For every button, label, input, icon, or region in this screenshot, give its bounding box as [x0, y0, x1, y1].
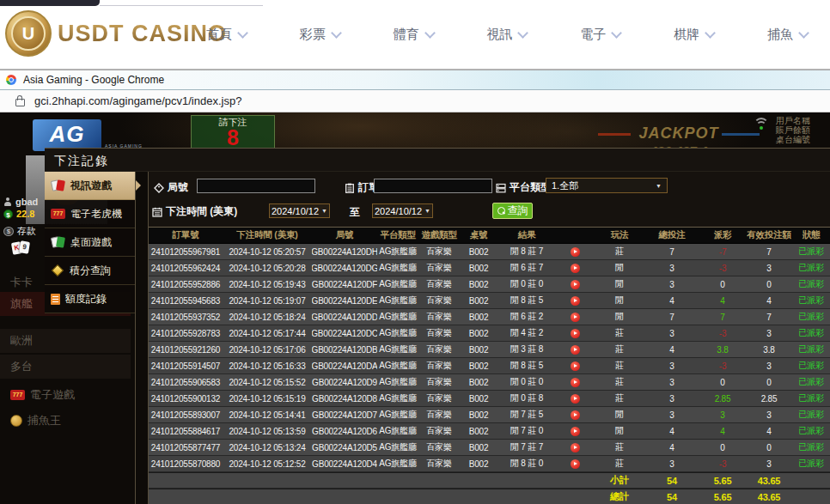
search-button[interactable]: 查詢	[492, 203, 533, 219]
cell-payout: 0	[699, 378, 747, 387]
table-row: 2410120559373522024-10-12 05:18:24GB0022…	[149, 309, 830, 325]
cell-total-bet: 3	[645, 361, 699, 371]
bg-menu-label: 多台	[10, 359, 33, 374]
cell-status: 已派彩	[791, 262, 830, 274]
header-game-type: 遊戲類型	[418, 229, 460, 241]
account-info-label: 桌台編號	[776, 135, 810, 144]
bet-time-filter-label: 下注時間 (美東)	[152, 204, 237, 219]
cell-round: GB00224A120DE	[312, 296, 377, 306]
sidebar-item-桌面遊戲[interactable]: 桌面遊戲	[45, 228, 135, 257]
play-video-button[interactable]	[571, 247, 580, 257]
cell-result: 閒 4 莊 2	[497, 327, 556, 339]
cell-payout: 3.8	[699, 345, 747, 355]
cell-play-video	[556, 459, 594, 469]
play-video-button[interactable]	[571, 264, 580, 273]
browser-tab[interactable]	[0, 0, 100, 6]
round-filter-label: 局號	[154, 180, 188, 195]
play-video-button[interactable]	[571, 394, 580, 404]
cell-table-no: B002	[460, 361, 497, 371]
cell-bet-time: 2024-10-12 05:18:24	[223, 313, 312, 322]
sidebar-item-積分查詢[interactable]: 積分查詢	[45, 257, 135, 285]
cell-payout: 4	[699, 427, 747, 436]
nav-item-彩票[interactable]: 彩票	[300, 27, 340, 43]
platform-select[interactable]: 1.全部 ▼	[546, 178, 668, 193]
play-video-button[interactable]	[571, 345, 580, 355]
cell-status: 已派彩	[791, 327, 830, 339]
dropdown-arrow-icon: ▼	[424, 208, 430, 214]
cell-game-type: 百家樂	[418, 409, 460, 421]
cell-status: 已派彩	[791, 458, 830, 470]
cell-game-type: 百家樂	[418, 458, 460, 470]
nav-item-電子[interactable]: 電子	[580, 27, 620, 43]
header-table-no: 桌號	[460, 229, 497, 241]
date-to-value: 2024/10/12	[375, 206, 422, 216]
balance-row: $ 22.8	[3, 209, 34, 219]
cell-order: 241012055921260	[149, 345, 223, 355]
deposit-label: 存款	[17, 225, 36, 238]
header-bet-time: 下注時間 (美東)	[223, 229, 312, 241]
nav-item-體育[interactable]: 體育	[394, 27, 434, 43]
table-header-row: 訂單號下注時間 (美東)局號平台類型遊戲類型桌號結果玩法總投注派彩有效投注額狀態	[149, 228, 830, 244]
date-from-select[interactable]: 2024/10/12 ▼	[269, 203, 330, 218]
date-range-to-label: 至	[350, 205, 360, 220]
round-input[interactable]	[197, 179, 315, 193]
nav-item-棋牌[interactable]: 棋牌	[674, 27, 714, 43]
play-video-button[interactable]	[571, 427, 580, 436]
cell-total-bet: 54	[645, 476, 699, 486]
cell-total-bet: 3	[645, 410, 699, 420]
play-video-button[interactable]	[571, 361, 580, 371]
cell-table-no: B002	[460, 280, 497, 289]
cell-valid-bet: 43.65	[747, 492, 791, 502]
play-video-button[interactable]	[571, 280, 580, 289]
cell-play-type: 閒	[594, 295, 645, 307]
cell-game-type: 百家樂	[418, 327, 460, 339]
cell-payout: -7	[699, 247, 747, 257]
site-logo[interactable]: U USDT CASINO	[5, 10, 227, 57]
order-input[interactable]	[374, 179, 492, 193]
play-video-button[interactable]	[571, 459, 580, 469]
cell-play-type: 閒	[594, 425, 645, 437]
cell-order: 241012055906583	[149, 378, 223, 387]
cell-table-no: B002	[460, 329, 497, 338]
sidebar-item-視訊遊戲[interactable]: 視訊遊戲	[45, 172, 135, 200]
nav-item-label: 視訊	[486, 27, 512, 43]
cell-play-type: 閒	[594, 262, 645, 274]
chrome-urlbar[interactable]: gci.2hhapi.com/agingame/pcv1/index.jsp?	[0, 90, 830, 112]
cell-table-no: B002	[460, 410, 497, 420]
chevron-down-icon	[518, 27, 529, 39]
cell-order: 241012055952886	[149, 280, 223, 289]
cell-valid-bet: 0	[747, 378, 791, 387]
bg-menu-label: 旗艦	[10, 296, 33, 312]
play-video-button[interactable]	[571, 329, 580, 338]
table-row: 2410120558930072024-10-12 05:14:41GB0022…	[149, 407, 830, 423]
nav-item-捕魚[interactable]: 捕魚	[767, 27, 808, 43]
deposit-button[interactable]: $ 存款	[3, 225, 36, 238]
sidebar-item-電子老虎機[interactable]: 777電子老虎機	[45, 200, 135, 228]
date-to-select[interactable]: 2024/10/12 ▼	[372, 203, 433, 218]
play-video-button[interactable]	[571, 313, 580, 322]
cell-round: GB00224A120D4	[312, 459, 377, 469]
sidebar-item-label: 積分查詢	[70, 264, 111, 278]
cell-bet-time: 2024-10-12 05:19:07	[223, 296, 312, 306]
chrome-titlebar[interactable]: Asia Gaming - Google Chrome	[0, 70, 830, 90]
cell-total-bet: 3	[645, 280, 699, 289]
cell-game-type: 百家樂	[418, 360, 460, 372]
cell-round: GB00224A120DA	[312, 361, 377, 371]
cell-payout: -3	[699, 264, 747, 273]
nav-item-視訊[interactable]: 視訊	[486, 27, 527, 43]
cell-total-bet: 3	[645, 378, 699, 387]
play-video-button[interactable]	[571, 410, 580, 420]
play-video-button[interactable]	[571, 296, 580, 306]
table-row: 2410120558708802024-10-12 05:12:52GB0022…	[149, 456, 830, 472]
tag-icon	[154, 183, 164, 193]
cell-status: 已派彩	[791, 311, 830, 323]
account-info-label: 用戶名稱	[776, 116, 810, 125]
nav-item-首頁[interactable]: 首頁	[206, 27, 247, 43]
document-icon	[51, 294, 60, 305]
cell-status: 已派彩	[791, 392, 830, 404]
chevron-down-icon	[424, 27, 436, 39]
play-video-button[interactable]	[571, 443, 580, 452]
sidebar-item-額度記錄[interactable]: 額度記錄	[45, 285, 135, 313]
cell-round: GB00224A120DD	[312, 313, 377, 322]
play-video-button[interactable]	[571, 378, 580, 387]
